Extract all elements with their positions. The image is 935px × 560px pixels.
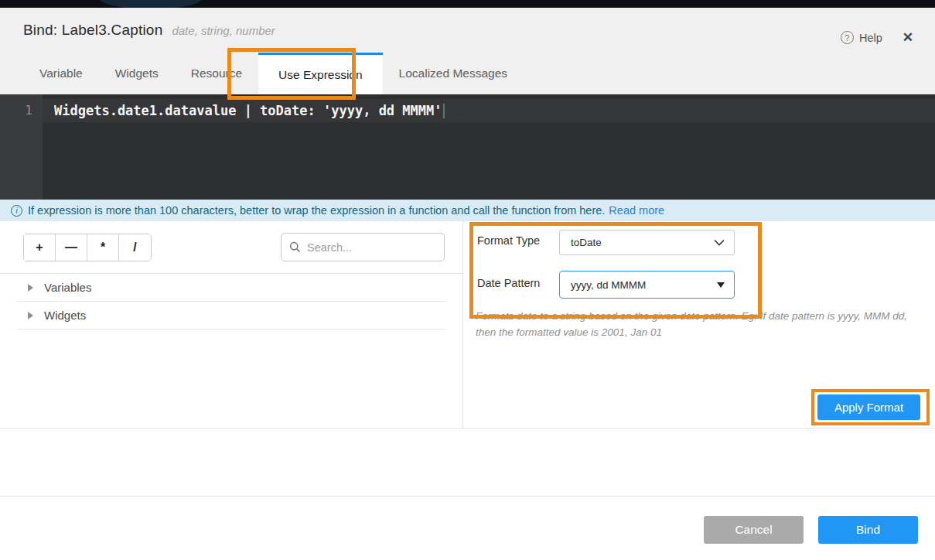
format-type-select[interactable]: toDate: [559, 230, 735, 255]
read-more-link[interactable]: Read more: [609, 204, 664, 217]
search-input[interactable]: [307, 241, 431, 254]
main-area: + — * / Variables Widgets Format Type to…: [0, 221, 935, 428]
text-cursor: [443, 104, 445, 118]
date-pattern-value: yyyy, dd MMMM: [571, 279, 646, 291]
binding-source-tree: Variables Widgets: [0, 274, 462, 330]
tree-item-widgets[interactable]: Widgets: [17, 302, 445, 330]
date-pattern-select[interactable]: yyyy, dd MMMM: [559, 271, 735, 299]
triangle-down-icon: [717, 282, 725, 288]
chevron-down-icon: [714, 239, 725, 246]
help-icon: ?: [841, 31, 854, 44]
format-description: Formats date to a string based on the gi…: [476, 308, 930, 340]
dialog-header: Bind: Label3.Caption date, string, numbe…: [0, 8, 935, 94]
title-row: Bind: Label3.Caption date, string, numbe…: [23, 22, 275, 39]
tab-use-expression[interactable]: Use Expression: [258, 53, 383, 94]
tab-variable[interactable]: Variable: [23, 53, 99, 94]
tree-item-label: Widgets: [44, 309, 86, 322]
page-subtitle: date, string, number: [172, 24, 275, 37]
format-panel: Format Type toDate Date Pattern yyyy, dd…: [462, 221, 935, 428]
header-actions: ? Help ✕: [841, 28, 916, 47]
page-title: Bind: Label3.Caption: [23, 22, 162, 39]
help-label: Help: [859, 32, 882, 44]
tab-widgets[interactable]: Widgets: [99, 53, 175, 94]
tree-item-label: Variables: [44, 281, 91, 294]
tree-item-variables[interactable]: Variables: [17, 274, 445, 302]
divide-operator-button[interactable]: /: [119, 234, 151, 261]
expression-editor[interactable]: 1 Widgets.date1.datavalue | toDate: 'yyy…: [0, 94, 935, 200]
bind-button[interactable]: Bind: [818, 516, 918, 544]
search-icon: [289, 241, 301, 253]
caret-right-icon: [28, 284, 33, 292]
tab-localized-messages[interactable]: Localized Messages: [383, 53, 524, 94]
info-banner: i If expression is more than 100 charact…: [0, 200, 935, 221]
tab-resource[interactable]: Resource: [175, 53, 258, 94]
format-type-label: Format Type: [477, 234, 540, 247]
code-text: Widgets.date1.datavalue | toDate: 'yyyy,…: [54, 103, 442, 118]
caret-right-icon: [28, 312, 33, 319]
multiply-operator-button[interactable]: *: [87, 234, 119, 261]
close-icon[interactable]: ✕: [899, 28, 916, 47]
dialog-footer: Cancel Bind: [0, 516, 935, 544]
help-button[interactable]: ? Help: [841, 31, 882, 44]
background-app-strip: [0, 0, 935, 8]
info-icon: i: [11, 205, 22, 217]
tab-bar: Variable Widgets Resource Use Expression…: [23, 53, 524, 94]
apply-format-button[interactable]: Apply Format: [817, 394, 920, 420]
plus-operator-button[interactable]: +: [24, 234, 56, 261]
background-logo-hint: [99, 0, 203, 8]
cancel-button[interactable]: Cancel: [704, 516, 804, 544]
format-type-value: toDate: [571, 237, 602, 248]
section-divider: [0, 428, 935, 429]
operator-button-group: + — * /: [23, 234, 152, 261]
search-input-wrap: [281, 233, 445, 261]
footer-divider: [0, 496, 935, 497]
expression-code[interactable]: Widgets.date1.datavalue | toDate: 'yyyy,…: [54, 99, 445, 122]
minus-operator-button[interactable]: —: [56, 234, 87, 261]
line-number: 1: [0, 99, 32, 122]
info-text: If expression is more than 100 character…: [28, 204, 605, 217]
date-pattern-label: Date Pattern: [477, 277, 540, 289]
